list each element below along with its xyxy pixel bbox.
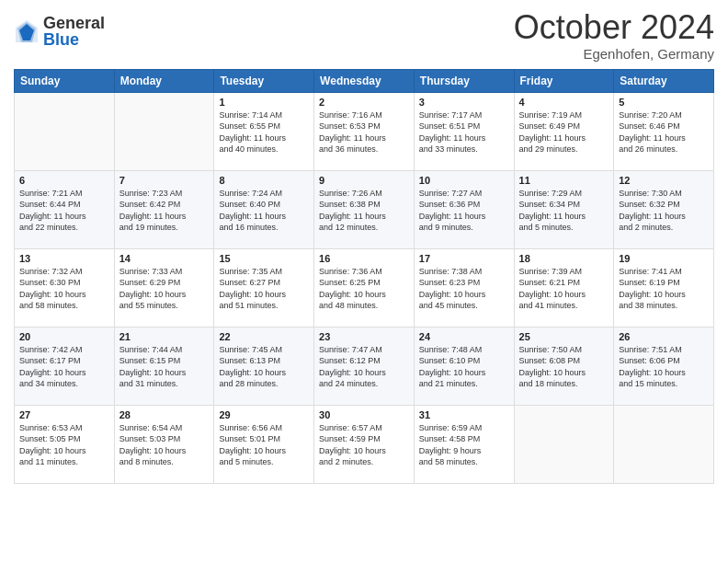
day-number: 9 xyxy=(319,175,409,186)
day-detail: Sunrise: 7:36 AM Sunset: 6:25 PM Dayligh… xyxy=(319,266,409,312)
day-cell-11: 11Sunrise: 7:29 AM Sunset: 6:34 PM Dayli… xyxy=(514,170,614,248)
day-number: 28 xyxy=(119,409,210,420)
day-cell-26: 26Sunrise: 7:51 AM Sunset: 6:06 PM Dayli… xyxy=(614,327,714,405)
day-cell-9: 9Sunrise: 7:26 AM Sunset: 6:38 PM Daylig… xyxy=(314,170,415,248)
weekday-header-sunday: Sunday xyxy=(15,69,115,92)
day-detail: Sunrise: 7:47 AM Sunset: 6:12 PM Dayligh… xyxy=(319,344,409,390)
day-cell-4: 4Sunrise: 7:19 AM Sunset: 6:49 PM Daylig… xyxy=(514,92,614,170)
day-number: 18 xyxy=(519,253,609,264)
day-cell-7: 7Sunrise: 7:23 AM Sunset: 6:42 PM Daylig… xyxy=(114,170,214,248)
empty-cell xyxy=(15,92,115,170)
weekday-header-friday: Friday xyxy=(514,69,614,92)
day-number: 20 xyxy=(19,331,109,342)
day-number: 7 xyxy=(119,175,210,186)
day-number: 24 xyxy=(419,331,509,342)
day-detail: Sunrise: 6:57 AM Sunset: 4:59 PM Dayligh… xyxy=(319,422,409,468)
day-number: 2 xyxy=(319,97,409,108)
location: Egenhofen, Germany xyxy=(514,46,714,62)
day-number: 25 xyxy=(519,331,609,342)
logo-text: General Blue xyxy=(43,15,105,48)
day-number: 16 xyxy=(319,253,409,264)
day-detail: Sunrise: 7:45 AM Sunset: 6:13 PM Dayligh… xyxy=(219,344,309,390)
day-cell-10: 10Sunrise: 7:27 AM Sunset: 6:36 PM Dayli… xyxy=(414,170,514,248)
day-number: 31 xyxy=(419,409,509,420)
day-detail: Sunrise: 6:53 AM Sunset: 5:05 PM Dayligh… xyxy=(19,422,109,468)
day-detail: Sunrise: 7:26 AM Sunset: 6:38 PM Dayligh… xyxy=(319,188,409,234)
logo-blue-text: Blue xyxy=(43,31,105,48)
day-number: 5 xyxy=(619,97,709,108)
empty-cell xyxy=(114,92,214,170)
day-detail: Sunrise: 6:59 AM Sunset: 4:58 PM Dayligh… xyxy=(419,422,509,468)
header: General Blue October 2024 Egenhofen, Ger… xyxy=(14,9,714,62)
day-cell-2: 2Sunrise: 7:16 AM Sunset: 6:53 PM Daylig… xyxy=(314,92,415,170)
day-cell-29: 29Sunrise: 6:56 AM Sunset: 5:01 PM Dayli… xyxy=(214,405,314,483)
day-number: 1 xyxy=(219,97,309,108)
empty-cell xyxy=(514,405,614,483)
day-number: 4 xyxy=(519,97,609,108)
day-detail: Sunrise: 7:24 AM Sunset: 6:40 PM Dayligh… xyxy=(219,188,309,234)
day-detail: Sunrise: 7:16 AM Sunset: 6:53 PM Dayligh… xyxy=(319,109,409,155)
day-cell-22: 22Sunrise: 7:45 AM Sunset: 6:13 PM Dayli… xyxy=(214,327,314,405)
weekday-header-tuesday: Tuesday xyxy=(214,69,314,92)
day-cell-5: 5Sunrise: 7:20 AM Sunset: 6:46 PM Daylig… xyxy=(614,92,714,170)
weekday-header-row: SundayMondayTuesdayWednesdayThursdayFrid… xyxy=(15,69,714,92)
day-number: 30 xyxy=(319,409,409,420)
day-number: 14 xyxy=(119,253,210,264)
day-detail: Sunrise: 7:14 AM Sunset: 6:55 PM Dayligh… xyxy=(219,109,309,155)
day-cell-25: 25Sunrise: 7:50 AM Sunset: 6:08 PM Dayli… xyxy=(514,327,614,405)
logo: General Blue xyxy=(14,15,105,48)
day-cell-8: 8Sunrise: 7:24 AM Sunset: 6:40 PM Daylig… xyxy=(214,170,314,248)
day-detail: Sunrise: 6:56 AM Sunset: 5:01 PM Dayligh… xyxy=(219,422,309,468)
day-number: 10 xyxy=(419,175,509,186)
day-detail: Sunrise: 7:29 AM Sunset: 6:34 PM Dayligh… xyxy=(519,188,609,234)
week-row-5: 27Sunrise: 6:53 AM Sunset: 5:05 PM Dayli… xyxy=(15,405,714,483)
week-row-1: 1Sunrise: 7:14 AM Sunset: 6:55 PM Daylig… xyxy=(15,92,714,170)
day-cell-30: 30Sunrise: 6:57 AM Sunset: 4:59 PM Dayli… xyxy=(314,405,415,483)
day-cell-12: 12Sunrise: 7:30 AM Sunset: 6:32 PM Dayli… xyxy=(614,170,714,248)
day-detail: Sunrise: 7:32 AM Sunset: 6:30 PM Dayligh… xyxy=(19,266,109,312)
day-cell-21: 21Sunrise: 7:44 AM Sunset: 6:15 PM Dayli… xyxy=(114,327,214,405)
day-detail: Sunrise: 7:33 AM Sunset: 6:29 PM Dayligh… xyxy=(119,266,210,312)
day-cell-13: 13Sunrise: 7:32 AM Sunset: 6:30 PM Dayli… xyxy=(15,248,115,327)
day-detail: Sunrise: 7:19 AM Sunset: 6:49 PM Dayligh… xyxy=(519,109,609,155)
day-cell-1: 1Sunrise: 7:14 AM Sunset: 6:55 PM Daylig… xyxy=(214,92,314,170)
day-cell-15: 15Sunrise: 7:35 AM Sunset: 6:27 PM Dayli… xyxy=(214,248,314,327)
day-detail: Sunrise: 7:20 AM Sunset: 6:46 PM Dayligh… xyxy=(619,109,709,155)
week-row-3: 13Sunrise: 7:32 AM Sunset: 6:30 PM Dayli… xyxy=(15,248,714,327)
day-number: 6 xyxy=(19,175,109,186)
day-number: 26 xyxy=(619,331,709,342)
day-number: 3 xyxy=(419,97,509,108)
day-cell-27: 27Sunrise: 6:53 AM Sunset: 5:05 PM Dayli… xyxy=(15,405,115,483)
day-number: 13 xyxy=(19,253,109,264)
generalblue-icon xyxy=(14,18,40,44)
day-detail: Sunrise: 7:35 AM Sunset: 6:27 PM Dayligh… xyxy=(219,266,309,312)
day-number: 11 xyxy=(519,175,609,186)
day-number: 12 xyxy=(619,175,709,186)
day-number: 23 xyxy=(319,331,409,342)
calendar-table: SundayMondayTuesdayWednesdayThursdayFrid… xyxy=(14,69,714,484)
day-detail: Sunrise: 7:42 AM Sunset: 6:17 PM Dayligh… xyxy=(19,344,109,390)
day-number: 17 xyxy=(419,253,509,264)
day-number: 27 xyxy=(19,409,109,420)
day-cell-14: 14Sunrise: 7:33 AM Sunset: 6:29 PM Dayli… xyxy=(114,248,214,327)
day-cell-16: 16Sunrise: 7:36 AM Sunset: 6:25 PM Dayli… xyxy=(314,248,415,327)
day-cell-28: 28Sunrise: 6:54 AM Sunset: 5:03 PM Dayli… xyxy=(114,405,214,483)
week-row-2: 6Sunrise: 7:21 AM Sunset: 6:44 PM Daylig… xyxy=(15,170,714,248)
week-row-4: 20Sunrise: 7:42 AM Sunset: 6:17 PM Dayli… xyxy=(15,327,714,405)
day-detail: Sunrise: 7:51 AM Sunset: 6:06 PM Dayligh… xyxy=(619,344,709,390)
day-number: 22 xyxy=(219,331,309,342)
day-detail: Sunrise: 7:44 AM Sunset: 6:15 PM Dayligh… xyxy=(119,344,210,390)
day-cell-17: 17Sunrise: 7:38 AM Sunset: 6:23 PM Dayli… xyxy=(414,248,514,327)
day-cell-23: 23Sunrise: 7:47 AM Sunset: 6:12 PM Dayli… xyxy=(314,327,415,405)
day-number: 19 xyxy=(619,253,709,264)
day-number: 15 xyxy=(219,253,309,264)
day-detail: Sunrise: 6:54 AM Sunset: 5:03 PM Dayligh… xyxy=(119,422,210,468)
empty-cell xyxy=(614,405,714,483)
logo-general-text: General xyxy=(43,15,105,31)
day-detail: Sunrise: 7:41 AM Sunset: 6:19 PM Dayligh… xyxy=(619,266,709,312)
day-number: 29 xyxy=(219,409,309,420)
day-cell-18: 18Sunrise: 7:39 AM Sunset: 6:21 PM Dayli… xyxy=(514,248,614,327)
day-cell-24: 24Sunrise: 7:48 AM Sunset: 6:10 PM Dayli… xyxy=(414,327,514,405)
day-detail: Sunrise: 7:21 AM Sunset: 6:44 PM Dayligh… xyxy=(19,188,109,234)
weekday-header-wednesday: Wednesday xyxy=(314,69,415,92)
